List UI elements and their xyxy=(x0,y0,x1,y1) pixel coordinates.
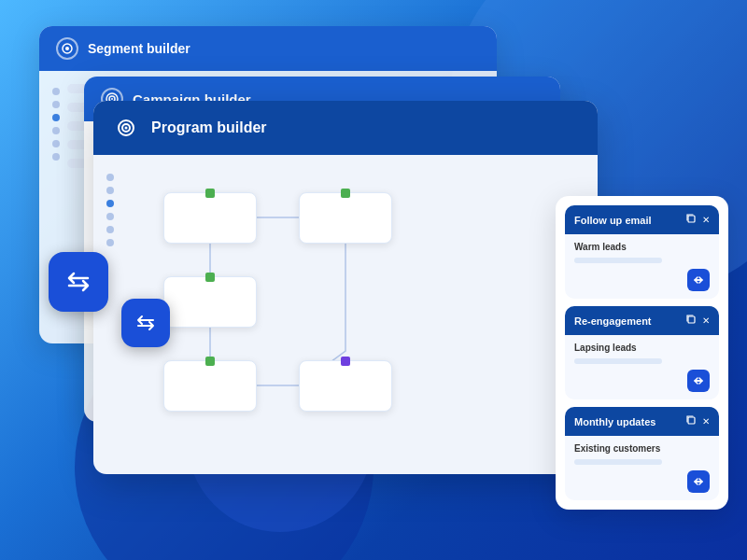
sidebar-dot xyxy=(106,213,114,220)
reengagement-actions: ✕ xyxy=(685,314,710,328)
monthly-actions: ✕ xyxy=(685,414,710,428)
svg-point-7 xyxy=(125,127,128,130)
node-connector-top xyxy=(205,273,215,282)
sidebar-dot xyxy=(106,239,114,246)
sidebar-dot xyxy=(52,114,60,121)
svg-rect-12 xyxy=(688,216,695,222)
flow-node-2[interactable] xyxy=(299,192,392,244)
sidebar-dot xyxy=(52,101,60,108)
reengagement-close-icon[interactable]: ✕ xyxy=(702,315,710,326)
sidebar-dot xyxy=(52,153,60,161)
flow-node-5[interactable] xyxy=(299,360,392,412)
reengagement-body: Lapsing leads xyxy=(565,335,719,399)
program-card-header: Program builder xyxy=(93,101,598,155)
sidebar-dot xyxy=(52,127,60,134)
flow-node-4[interactable] xyxy=(163,360,257,412)
monthly-copy-icon[interactable] xyxy=(685,414,697,428)
follow-up-copy-icon[interactable] xyxy=(685,213,697,227)
svg-point-1 xyxy=(65,47,69,50)
panel-item-monthly-header: Monthly updates ✕ xyxy=(565,407,719,436)
follow-up-subtitle: Warm leads xyxy=(574,242,710,252)
segment-card-header: Segment builder xyxy=(39,26,497,71)
follow-up-actions: ✕ xyxy=(685,213,710,227)
panel-item-reengagement: Re-engagement ✕ Lapsing leads xyxy=(565,306,719,399)
follow-up-arrow xyxy=(574,269,710,291)
node-connector-top xyxy=(205,189,215,198)
svg-rect-13 xyxy=(688,316,695,323)
node-connector-top xyxy=(341,357,350,366)
node-connector-top xyxy=(341,189,350,198)
monthly-body: Existing customers xyxy=(565,436,719,500)
sidebar-dot xyxy=(106,200,114,207)
follow-up-body: Warm leads xyxy=(565,234,719,299)
reengagement-subtitle: Lapsing leads xyxy=(574,343,710,353)
flow-node-3[interactable] xyxy=(163,276,257,328)
program-builder-card: Program builder xyxy=(93,101,598,474)
follow-up-title: Follow up email xyxy=(574,215,652,226)
svg-rect-14 xyxy=(688,417,695,424)
panel-item-monthly: Monthly updates ✕ Existing customers xyxy=(565,407,719,500)
sidebar-dot xyxy=(106,226,114,233)
follow-up-line xyxy=(574,258,662,263)
reengagement-line xyxy=(574,358,662,364)
reengagement-copy-icon[interactable] xyxy=(685,314,697,328)
segment-icon xyxy=(56,37,78,60)
exchange-icon-large[interactable] xyxy=(49,252,108,312)
monthly-close-icon[interactable]: ✕ xyxy=(702,416,710,427)
monthly-arrow xyxy=(574,470,710,493)
segment-sidebar xyxy=(52,84,60,168)
flow-node-1[interactable] xyxy=(163,192,257,244)
panel-item-reengagement-header: Re-engagement ✕ xyxy=(565,306,719,335)
node-connector-top xyxy=(205,357,215,366)
panel-item-follow-up: Follow up email ✕ Warm leads xyxy=(565,205,719,299)
monthly-subtitle: Existing customers xyxy=(574,443,710,454)
reengagement-title: Re-engagement xyxy=(574,315,652,327)
sidebar-dot xyxy=(106,187,114,194)
panel-item-follow-up-header: Follow up email ✕ xyxy=(565,205,719,234)
follow-up-close-icon[interactable]: ✕ xyxy=(702,215,710,225)
sidebar-dot xyxy=(106,174,114,181)
monthly-line xyxy=(574,459,662,465)
svg-point-4 xyxy=(111,98,113,100)
sidebar-dot xyxy=(52,88,60,95)
monthly-title: Monthly updates xyxy=(574,416,655,427)
reengagement-arrow-btn[interactable] xyxy=(687,370,710,392)
sidebar-dot xyxy=(52,140,60,147)
program-icon xyxy=(112,114,140,142)
flow-diagram xyxy=(121,164,585,465)
exchange-icon-medium[interactable] xyxy=(121,299,170,347)
program-title: Program builder xyxy=(151,119,267,136)
follow-up-arrow-btn[interactable] xyxy=(687,269,710,291)
segment-title: Segment builder xyxy=(88,41,190,56)
panel-card: Follow up email ✕ Warm leads xyxy=(556,196,728,510)
monthly-arrow-btn[interactable] xyxy=(687,470,710,493)
program-sidebar xyxy=(106,164,114,465)
reengagement-arrow xyxy=(574,370,710,392)
